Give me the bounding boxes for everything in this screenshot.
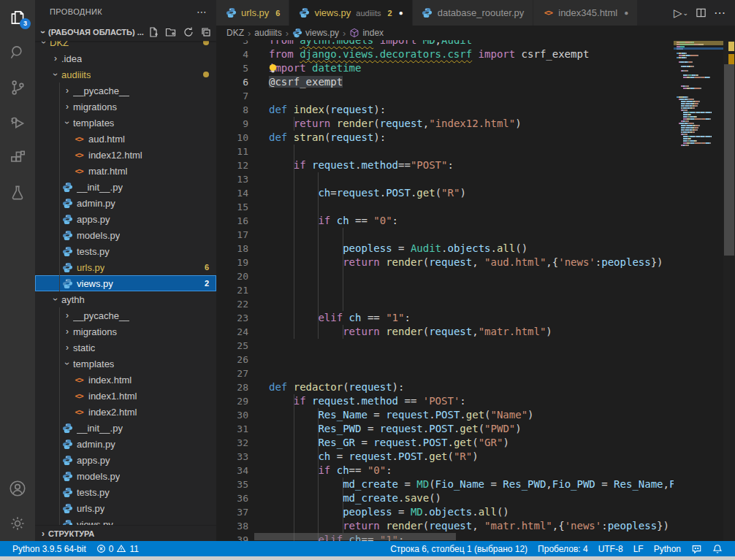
tab-index345.html[interactable]: <>index345.html● bbox=[533, 0, 638, 26]
breadcrumb-DKZ[interactable]: DKZ bbox=[226, 28, 244, 38]
tree-item-urls.py[interactable]: urls.py6 bbox=[35, 259, 216, 275]
testing-activity-button[interactable] bbox=[0, 175, 35, 210]
code-line-29[interactable]: 29 if request.method == 'POST': bbox=[216, 394, 674, 408]
explorer-activity-button[interactable]: 3 bbox=[0, 0, 35, 35]
tree-item-apps.py[interactable]: apps.py bbox=[35, 211, 216, 227]
tree-item-migrations[interactable]: ›migrations bbox=[35, 99, 216, 115]
breadcrumb-index[interactable]: index bbox=[349, 28, 384, 38]
vertical-scrollbar[interactable] bbox=[723, 40, 735, 541]
status-eol[interactable]: LF bbox=[628, 544, 649, 554]
unsaved-dot-icon[interactable]: ● bbox=[624, 9, 628, 17]
code-editor[interactable]: 3from aythh.models import MD,Audit4from … bbox=[216, 40, 735, 541]
tree-item-__pycache__[interactable]: ›__pycache__ bbox=[35, 307, 216, 323]
code-line-7[interactable]: 7 bbox=[216, 89, 674, 103]
run-python-file-button[interactable]: ▷ ⌄ bbox=[674, 7, 688, 20]
tab-urls.py[interactable]: urls.py6 bbox=[216, 0, 289, 26]
code-line-13[interactable]: 13 bbox=[216, 172, 674, 186]
code-line-31[interactable]: 31 Res_PWD = request.POST.get("PWD") bbox=[216, 422, 674, 436]
account-button[interactable] bbox=[0, 471, 35, 506]
outline-section-header[interactable]: › СТРУКТУРА bbox=[35, 525, 216, 541]
code-line-33[interactable]: 33 ch = request.POST.get("R") bbox=[216, 450, 674, 464]
code-line-15[interactable]: 15 bbox=[216, 200, 674, 214]
tree-item-index1.html[interactable]: <>index1.html bbox=[35, 388, 216, 404]
tree-item-aud.html[interactable]: <>aud.html bbox=[35, 131, 216, 147]
tree-item-DKZ[interactable]: ›DKZ bbox=[35, 41, 216, 50]
code-line-5[interactable]: 5import datetime bbox=[216, 61, 674, 75]
status-python-interpreter[interactable]: Python 3.9.5 64-bit bbox=[7, 541, 91, 556]
horizontal-scrollbar-slider[interactable] bbox=[254, 533, 456, 540]
new-folder-icon[interactable] bbox=[165, 26, 177, 38]
tree-item-templates[interactable]: ›templates bbox=[35, 115, 216, 131]
status-indentation[interactable]: Пробелов: 4 bbox=[533, 544, 593, 554]
code-line-27[interactable]: 27 bbox=[216, 367, 674, 380]
code-line-16[interactable]: 16 if ch == "0": bbox=[216, 214, 674, 228]
code-line-14[interactable]: 14 ch=request.POST.get("R") bbox=[216, 186, 674, 200]
breadcrumb-views.py[interactable]: views.py bbox=[292, 28, 339, 38]
workspace-section-header[interactable]: › (РАБОЧАЯ ОБЛАСТЬ) ... bbox=[35, 23, 216, 41]
tree-item-admin.py[interactable]: admin.py bbox=[35, 195, 216, 211]
tree-item-models.py[interactable]: models.py bbox=[35, 468, 216, 484]
tree-item-audiiits[interactable]: ›audiiits bbox=[35, 66, 216, 83]
collapse-all-icon[interactable] bbox=[200, 26, 212, 38]
tab-views.py[interactable]: views.pyaudiiits2● bbox=[289, 0, 412, 26]
code-line-37[interactable]: 37 peopless = MD.objects.all() bbox=[216, 505, 674, 519]
code-line-38[interactable]: 38 return render(request, "matr.html",{'… bbox=[216, 519, 674, 533]
code-line-9[interactable]: 9 return render(request,"index12.html") bbox=[216, 117, 674, 131]
tree-item-__pycache__[interactable]: ›__pycache__ bbox=[35, 83, 216, 99]
code-line-30[interactable]: 30 Res_Name = request.POST.get("Name") bbox=[216, 408, 674, 422]
tab-database_roouter.py[interactable]: database_roouter.py bbox=[413, 0, 534, 26]
code-line-36[interactable]: 36 md_create.save() bbox=[216, 491, 674, 505]
code-line-6[interactable]: 6@csrf_exempt bbox=[216, 75, 674, 89]
code-line-10[interactable]: 10def stran(request): bbox=[216, 131, 674, 145]
status-feedback[interactable] bbox=[686, 544, 707, 554]
status-cursor-position[interactable]: Строка 6, столбец 1 (выбрано 12) bbox=[385, 544, 533, 554]
settings-button[interactable] bbox=[0, 506, 35, 541]
views-more-actions-icon[interactable]: ⋯ bbox=[197, 6, 207, 18]
tree-item-matr.html[interactable]: <>matr.html bbox=[35, 163, 216, 179]
code-line-12[interactable]: 12 if request.method=="POST": bbox=[216, 158, 674, 172]
code-line-4[interactable]: 4from django.views.decorators.csrf impor… bbox=[216, 47, 674, 61]
code-line-28[interactable]: 28def redactor(request): bbox=[216, 380, 674, 394]
code-line-22[interactable]: 22 bbox=[216, 297, 674, 311]
status-notifications[interactable] bbox=[707, 544, 728, 554]
code-line-23[interactable]: 23 elif ch == "1": bbox=[216, 311, 674, 325]
status-problems[interactable]: 011 bbox=[91, 541, 144, 556]
code-line-20[interactable]: 20 bbox=[216, 269, 674, 283]
tree-item-migrations[interactable]: ›migrations bbox=[35, 323, 216, 340]
run-dropdown-caret-icon[interactable]: ⌄ bbox=[682, 9, 688, 17]
status-language-mode[interactable]: Python bbox=[649, 544, 686, 554]
tree-item-templates[interactable]: ›templates bbox=[35, 356, 216, 372]
tree-item-views.py[interactable]: views.py bbox=[35, 516, 216, 525]
extensions-activity-button[interactable] bbox=[0, 140, 35, 175]
tree-item-index.html[interactable]: <>index.html bbox=[35, 372, 216, 388]
tree-item-.idea[interactable]: ›.idea bbox=[35, 50, 216, 66]
tree-item-views.py[interactable]: views.py2 bbox=[35, 275, 216, 291]
tree-item-__init__.py[interactable]: __init__.py bbox=[35, 179, 216, 195]
tree-item-apps.py[interactable]: apps.py bbox=[35, 452, 216, 468]
code-line-32[interactable]: 32 Res_GR = request.POST.get("GR") bbox=[216, 436, 674, 450]
search-activity-button[interactable] bbox=[0, 35, 35, 70]
tree-item-urls.py[interactable]: urls.py bbox=[35, 500, 216, 516]
tree-item-aythh[interactable]: ›aythh bbox=[35, 291, 216, 307]
code-line-11[interactable]: 11 bbox=[216, 145, 674, 158]
tree-item-tests.py[interactable]: tests.py bbox=[35, 484, 216, 500]
code-line-24[interactable]: 24 return render(request,"matr.html") bbox=[216, 325, 674, 339]
editor-more-actions-icon[interactable]: ⋯ bbox=[714, 6, 726, 20]
tree-item-admin.py[interactable]: admin.py bbox=[35, 436, 216, 452]
tree-item-index12.html[interactable]: <>index12.html bbox=[35, 147, 216, 163]
new-file-icon[interactable] bbox=[148, 26, 159, 38]
code-line-34[interactable]: 34 if ch== "0": bbox=[216, 464, 674, 477]
tree-item-static[interactable]: ›static bbox=[35, 340, 216, 356]
code-line-17[interactable]: 17 bbox=[216, 228, 674, 242]
vertical-scrollbar-slider[interactable] bbox=[724, 64, 734, 256]
breadcrumb-audiiits[interactable]: audiiits bbox=[254, 28, 281, 38]
tree-item-index2.html[interactable]: <>index2.html bbox=[35, 404, 216, 420]
refresh-icon[interactable] bbox=[183, 26, 194, 38]
split-editor-button[interactable] bbox=[696, 7, 707, 18]
code-line-8[interactable]: 8def index(request): bbox=[216, 103, 674, 117]
code-line-21[interactable]: 21 bbox=[216, 283, 674, 297]
lightbulb-icon[interactable] bbox=[267, 63, 278, 74]
code-line-3[interactable]: 3from aythh.models import MD,Audit bbox=[216, 40, 674, 47]
status-encoding[interactable]: UTF-8 bbox=[593, 544, 628, 554]
tree-item-models.py[interactable]: models.py bbox=[35, 227, 216, 243]
